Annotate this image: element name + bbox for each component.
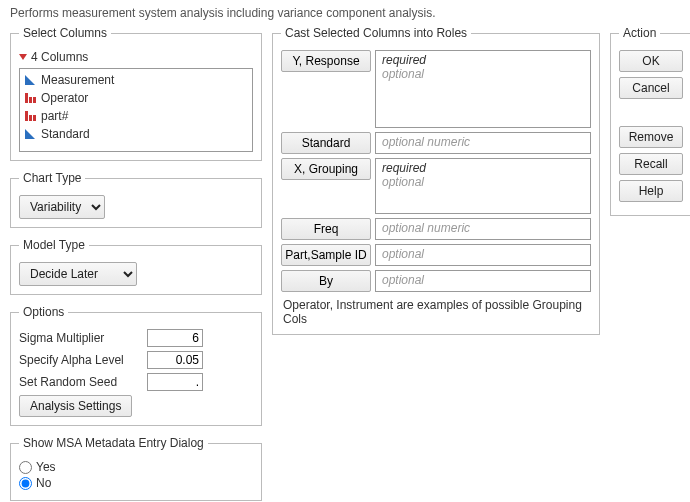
required-hint: required xyxy=(382,53,584,67)
by-button[interactable]: By xyxy=(281,270,371,292)
dialog-description: Performs measurement system analysis inc… xyxy=(10,6,680,20)
chart-type-group: Chart Type Variability xyxy=(10,171,262,228)
seed-input[interactable] xyxy=(147,373,203,391)
ok-button[interactable]: OK xyxy=(619,50,683,72)
recall-button[interactable]: Recall xyxy=(619,153,683,175)
msa-no-label: No xyxy=(36,476,51,490)
select-columns-legend: Select Columns xyxy=(19,26,111,40)
y-response-button[interactable]: Y, Response xyxy=(281,50,371,72)
continuous-icon xyxy=(24,128,36,140)
x-grouping-box[interactable]: required optional xyxy=(375,158,591,214)
columns-list[interactable]: Measurement Operator part# Standard xyxy=(19,68,253,152)
msa-dialog-legend: Show MSA Metadata Entry Dialog xyxy=(19,436,208,450)
nominal-icon xyxy=(24,92,36,104)
action-legend: Action xyxy=(619,26,660,40)
optional-numeric-hint: optional numeric xyxy=(382,135,584,149)
model-type-legend: Model Type xyxy=(19,238,89,252)
optional-hint: optional xyxy=(382,247,584,261)
col-name: Standard xyxy=(41,126,90,142)
action-group: Action OK Cancel Remove Recall Help xyxy=(610,26,690,216)
columns-count-label: 4 Columns xyxy=(31,50,88,64)
optional-hint: optional xyxy=(382,273,584,287)
chart-type-select[interactable]: Variability xyxy=(19,195,105,219)
col-name: part# xyxy=(41,108,68,124)
cast-roles-legend: Cast Selected Columns into Roles xyxy=(281,26,471,40)
analysis-settings-button[interactable]: Analysis Settings xyxy=(19,395,132,417)
freq-button[interactable]: Freq xyxy=(281,218,371,240)
optional-hint: optional xyxy=(382,175,584,189)
part-sample-button[interactable]: Part,Sample ID xyxy=(281,244,371,266)
cancel-button[interactable]: Cancel xyxy=(619,77,683,99)
sigma-label: Sigma Multiplier xyxy=(19,331,147,345)
grouping-hint: Operator, Instrument are examples of pos… xyxy=(281,298,591,326)
col-name: Operator xyxy=(41,90,88,106)
model-type-group: Model Type Decide Later xyxy=(10,238,262,295)
cast-roles-group: Cast Selected Columns into Roles Y, Resp… xyxy=(272,26,600,335)
chart-type-legend: Chart Type xyxy=(19,171,85,185)
standard-button[interactable]: Standard xyxy=(281,132,371,154)
x-grouping-button[interactable]: X, Grouping xyxy=(281,158,371,180)
col-name: Measurement xyxy=(41,72,114,88)
continuous-icon xyxy=(24,74,36,86)
remove-button[interactable]: Remove xyxy=(619,126,683,148)
optional-numeric-hint: optional numeric xyxy=(382,221,584,235)
alpha-label: Specify Alpha Level xyxy=(19,353,147,367)
select-columns-group: Select Columns 4 Columns Measurement Ope… xyxy=(10,26,262,161)
model-type-select[interactable]: Decide Later xyxy=(19,262,137,286)
columns-count-toggle[interactable]: 4 Columns xyxy=(19,50,253,64)
options-group: Options Sigma Multiplier Specify Alpha L… xyxy=(10,305,262,426)
part-sample-box[interactable]: optional xyxy=(375,244,591,266)
nominal-icon xyxy=(24,110,36,122)
list-item[interactable]: Standard xyxy=(22,125,250,143)
msa-dialog-group: Show MSA Metadata Entry Dialog Yes No xyxy=(10,436,262,501)
msa-no-row[interactable]: No xyxy=(19,476,253,490)
msa-yes-radio[interactable] xyxy=(19,461,32,474)
list-item[interactable]: Measurement xyxy=(22,71,250,89)
alpha-input[interactable] xyxy=(147,351,203,369)
help-button[interactable]: Help xyxy=(619,180,683,202)
required-hint: required xyxy=(382,161,584,175)
freq-box[interactable]: optional numeric xyxy=(375,218,591,240)
msa-yes-label: Yes xyxy=(36,460,56,474)
triangle-down-icon xyxy=(19,54,27,60)
msa-no-radio[interactable] xyxy=(19,477,32,490)
y-response-box[interactable]: required optional xyxy=(375,50,591,128)
list-item[interactable]: Operator xyxy=(22,89,250,107)
optional-hint: optional xyxy=(382,67,584,81)
by-box[interactable]: optional xyxy=(375,270,591,292)
seed-label: Set Random Seed xyxy=(19,375,147,389)
standard-box[interactable]: optional numeric xyxy=(375,132,591,154)
list-item[interactable]: part# xyxy=(22,107,250,125)
sigma-input[interactable] xyxy=(147,329,203,347)
options-legend: Options xyxy=(19,305,68,319)
msa-yes-row[interactable]: Yes xyxy=(19,460,253,474)
